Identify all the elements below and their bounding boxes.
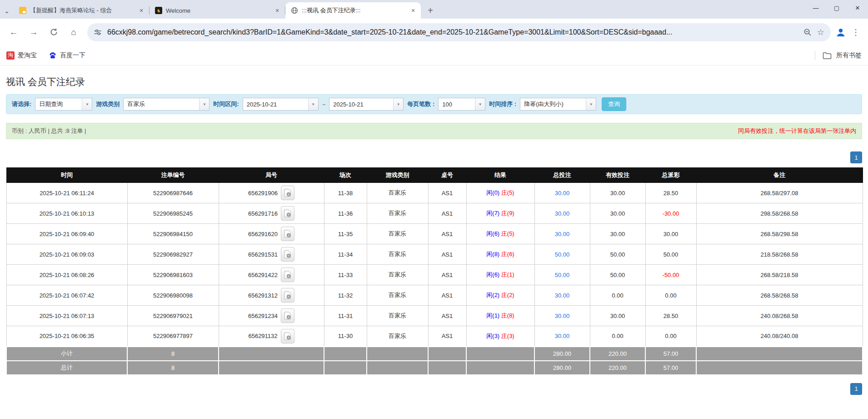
cell-bet-id: 522906981603 — [127, 265, 219, 285]
game-type-label: 游戏类别 — [96, 100, 120, 108]
tab-forum[interactable]: 【新提醒】海燕策略论坛 - 综合 × — [14, 2, 149, 19]
minimize-button[interactable]: — — [805, 0, 826, 15]
cell-game-type: 百家乐 — [367, 203, 428, 224]
cell-bet-id: 522906987646 — [127, 183, 219, 203]
total-bet-link[interactable]: 50.00 — [555, 251, 570, 258]
chevron-down-icon[interactable]: ▼ — [475, 98, 485, 110]
cell-payout: 28.50 — [645, 183, 696, 203]
new-tab-button[interactable]: + — [424, 4, 437, 17]
video-replay-button[interactable] — [281, 288, 294, 303]
total-bet-link[interactable]: 30.00 — [555, 231, 570, 237]
bookmark-baidu[interactable]: 百度一下 — [49, 51, 85, 60]
cell-note: 240.08/268.58 — [696, 306, 863, 326]
payout-value: -30.00 — [663, 210, 679, 217]
result-banker: 庄(1) — [501, 271, 514, 278]
result-player: 闲(2) — [486, 292, 499, 298]
payout-value: -50.00 — [663, 272, 679, 278]
cell-result: 闲(7) 庄(9) — [466, 203, 534, 224]
bookmark-aitaobao[interactable]: 淘 爱淘宝 — [6, 51, 37, 60]
date-start-input[interactable]: 2025-10-21 ▼ — [243, 98, 319, 111]
maximize-button[interactable]: ▢ — [826, 0, 847, 15]
table-row: 2025-10-21 06:11:24 522906987646 6562919… — [6, 183, 863, 203]
cell-round-id: 656291234 — [219, 306, 324, 326]
cell-note: 240.08/240.08 — [696, 326, 863, 347]
cell-time: 2025-10-21 06:09:40 — [6, 224, 127, 244]
address-bar[interactable]: 66cxkj98.com/game/betrecord_search/kind3… — [87, 23, 831, 41]
back-icon[interactable]: ← — [5, 23, 23, 41]
chevron-down-icon[interactable]: ▼ — [199, 98, 209, 110]
tab-search-chevron-icon[interactable]: ⌄ — [0, 3, 14, 19]
cell-result: 闲(1) 庄(8) — [466, 306, 534, 326]
forward-icon[interactable]: → — [25, 23, 43, 41]
total-bet-link[interactable]: 30.00 — [555, 333, 570, 339]
all-bookmarks-label[interactable]: 所有书签 — [836, 51, 862, 60]
cell-round-id: 656291716 — [219, 203, 324, 224]
cell-bet-id: 522906977897 — [127, 326, 219, 347]
total-valid-bet: 220.00 — [590, 361, 645, 375]
cell-session: 11-38 — [324, 183, 367, 203]
cell-valid-bet: 30.00 — [590, 183, 645, 203]
total-bet-link[interactable]: 30.00 — [555, 313, 570, 319]
browser-menu-icon[interactable]: ⋮ — [848, 27, 863, 37]
bookmarks-divider — [815, 51, 815, 60]
video-replay-button[interactable] — [281, 186, 294, 200]
tab-bet-record-active[interactable]: :::视讯 会员下注纪录::: × — [285, 2, 421, 19]
tab-welcome[interactable]: ♞ Welcome × — [150, 2, 285, 19]
video-replay-button[interactable] — [281, 329, 294, 343]
tab-close-icon[interactable]: × — [409, 6, 417, 15]
header-session: 场次 — [324, 168, 367, 183]
profile-avatar-icon[interactable] — [835, 27, 846, 38]
cell-valid-bet: 50.00 — [590, 265, 645, 285]
reload-icon[interactable] — [45, 23, 63, 41]
sort-value: 降幂(由大到小) — [520, 98, 586, 110]
cell-round-id: 656291620 — [219, 224, 324, 244]
date-end-input[interactable]: 2025-10-21 ▼ — [329, 98, 404, 111]
video-replay-button[interactable] — [281, 227, 294, 241]
video-replay-button[interactable] — [281, 308, 294, 323]
cell-session: 11-31 — [324, 306, 367, 326]
zoom-magnifier-icon[interactable] — [803, 28, 812, 36]
search-button[interactable]: 查询 — [602, 97, 626, 111]
cell-result: 闲(8) 庄(6) — [466, 244, 534, 265]
chevron-down-icon[interactable]: ▼ — [586, 98, 596, 110]
total-bet-link[interactable]: 50.00 — [555, 272, 570, 278]
round-id-value: 656291234 — [248, 313, 278, 319]
video-replay-button[interactable] — [281, 247, 294, 262]
video-replay-button[interactable] — [281, 206, 294, 221]
game-type-select[interactable]: 百家乐 ▼ — [123, 98, 210, 111]
page-content: 视讯 会员下注纪录 请选择: 日期查询 ▼ 游戏类别 百家乐 ▼ 时间区间: 2… — [0, 76, 868, 395]
cell-game-type: 百家乐 — [367, 326, 428, 347]
summary-warning-text: 同局有效投注，统一计算在该局第一张注单内 — [738, 127, 856, 135]
sort-select[interactable]: 降幂(由大到小) ▼ — [520, 98, 596, 111]
page-size-select[interactable]: 100 ▼ — [438, 98, 485, 111]
query-mode-select[interactable]: 日期查询 ▼ — [35, 98, 92, 111]
round-id-value: 656291716 — [248, 210, 278, 217]
game-type-value: 百家乐 — [124, 98, 199, 110]
chevron-down-icon[interactable]: ▼ — [82, 98, 92, 110]
cell-total-bet: 30.00 — [534, 306, 590, 326]
chevron-down-icon[interactable]: ▼ — [393, 98, 403, 110]
folder-icon — [823, 52, 832, 59]
close-button[interactable]: ✕ — [847, 0, 868, 15]
video-replay-button[interactable] — [281, 268, 294, 282]
total-bet-link[interactable]: 30.00 — [555, 210, 570, 217]
tab-favicon-dark-gold-icon: ♞ — [155, 7, 162, 14]
tab-close-icon[interactable]: × — [273, 6, 281, 15]
tab-close-icon[interactable]: × — [137, 6, 145, 15]
result-player: 闲(0) — [486, 189, 499, 196]
result-player: 闲(6) — [486, 230, 499, 237]
header-result: 结果 — [466, 168, 534, 183]
site-settings-tune-icon[interactable] — [94, 28, 102, 36]
bookmark-star-icon[interactable]: ☆ — [817, 27, 824, 37]
result-banker: 庄(9) — [501, 210, 514, 217]
total-bet-link[interactable]: 30.00 — [555, 190, 570, 197]
page-number-button[interactable]: 1 — [850, 383, 862, 395]
result-player: 闲(6) — [486, 271, 499, 278]
cell-result: 闲(6) 庄(1) — [466, 265, 534, 285]
total-bet-link[interactable]: 30.00 — [555, 292, 570, 299]
tab-favicon-yellow-doc-icon — [19, 7, 26, 14]
page-number-button[interactable]: 1 — [850, 151, 862, 163]
chevron-down-icon[interactable]: ▼ — [308, 98, 318, 110]
url-text[interactable]: 66cxkj98.com/game/betrecord_search/kind3… — [107, 28, 798, 36]
home-icon[interactable]: ⌂ — [65, 23, 83, 41]
